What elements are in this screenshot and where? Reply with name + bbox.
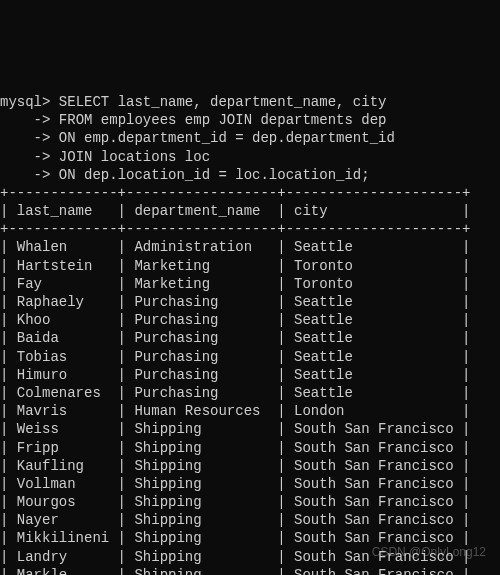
sql-prompt-line-3: -> ON emp.department_id = dep.department… bbox=[0, 130, 395, 146]
watermark-text: CSDN @OnlyLong12 bbox=[372, 545, 486, 561]
sql-prompt-line-1: mysql> SELECT last_name, department_name… bbox=[0, 94, 386, 110]
continuation-prompt: -> bbox=[0, 112, 50, 128]
sql-line-3: ON emp.department_id = dep.department_id bbox=[50, 130, 394, 146]
sql-line-1: SELECT last_name, department_name, city bbox=[50, 94, 386, 110]
sql-line-4: JOIN locations loc bbox=[50, 149, 210, 165]
continuation-prompt: -> bbox=[0, 149, 50, 165]
sql-prompt-line-4: -> JOIN locations loc bbox=[0, 149, 210, 165]
result-table: +-------------+------------------+------… bbox=[0, 185, 470, 575]
sql-prompt-line-5: -> ON dep.location_id = loc.location_id; bbox=[0, 167, 370, 183]
continuation-prompt: -> bbox=[0, 167, 50, 183]
sql-line-2: FROM employees emp JOIN departments dep bbox=[50, 112, 386, 128]
sql-line-5: ON dep.location_id = loc.location_id; bbox=[50, 167, 369, 183]
mysql-prompt: mysql> bbox=[0, 94, 50, 110]
terminal-output[interactable]: mysql> SELECT last_name, department_name… bbox=[0, 91, 500, 575]
continuation-prompt: -> bbox=[0, 130, 50, 146]
sql-prompt-line-2: -> FROM employees emp JOIN departments d… bbox=[0, 112, 386, 128]
